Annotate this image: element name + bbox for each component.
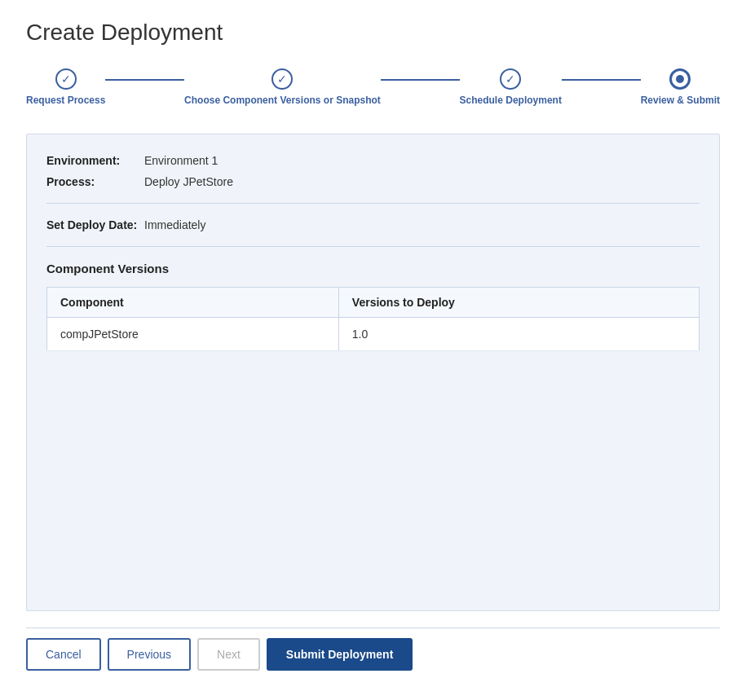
component-cell: compJPetStore [47,317,339,350]
deploy-date-label: Set Deploy Date: [46,218,144,231]
environment-row: Environment: Environment 1 [46,154,700,167]
step1-icon: ✓ [55,68,77,90]
process-label: Process: [46,175,144,188]
step2-icon: ✓ [271,68,293,90]
stepper: ✓ Request Process ✓ Choose Component Ver… [26,68,720,108]
col-component-header: Component [47,287,339,317]
process-row: Process: Deploy JPetStore [46,175,700,188]
deploy-date-section: Set Deploy Date: Immediately [46,218,700,231]
step-request-process: ✓ Request Process [26,68,105,108]
step4-radio-inner [676,75,684,83]
col-versions-header: Versions to Deploy [338,287,699,317]
previous-button[interactable]: Previous [108,638,191,671]
submit-deployment-button[interactable]: Submit Deployment [267,638,413,671]
page-container: Create Deployment ✓ Request Process ✓ Ch… [0,0,746,700]
versions-table: Component Versions to Deploy compJPetSto… [46,287,700,351]
table-header-row: Component Versions to Deploy [47,287,700,317]
step-review-submit: Review & Submit [641,68,720,108]
component-versions-section: Component Versions Component Versions to… [46,262,700,351]
component-versions-title: Component Versions [46,262,700,275]
step3-icon: ✓ [500,68,521,90]
connector-1 [105,79,184,81]
connector-2 [381,79,460,81]
button-bar: Cancel Previous Next Submit Deployment [26,627,720,680]
process-value: Deploy JPetStore [144,175,233,188]
step2-label: Choose Component Versions or Snapshot [184,95,381,108]
step4-label: Review & Submit [641,95,720,108]
environment-value: Environment 1 [144,154,218,167]
deploy-date-row: Set Deploy Date: Immediately [46,218,700,231]
deploy-date-value: Immediately [144,218,205,231]
environment-label: Environment: [46,154,144,167]
step1-label: Request Process [26,95,105,108]
divider-1 [46,203,700,204]
next-button: Next [197,638,260,671]
divider-2 [46,246,700,247]
connector-3 [562,79,641,81]
table-row: compJPetStore 1.0 [47,317,700,350]
environment-section: Environment: Environment 1 Process: Depl… [46,154,700,188]
cancel-button[interactable]: Cancel [26,638,101,671]
step4-icon [669,68,691,90]
step3-label: Schedule Deployment [460,95,562,108]
content-area: Environment: Environment 1 Process: Depl… [26,134,720,611]
page-title: Create Deployment [26,20,720,46]
version-cell: 1.0 [338,317,699,350]
step-schedule-deployment: ✓ Schedule Deployment [460,68,562,108]
step-choose-component: ✓ Choose Component Versions or Snapshot [184,68,381,108]
